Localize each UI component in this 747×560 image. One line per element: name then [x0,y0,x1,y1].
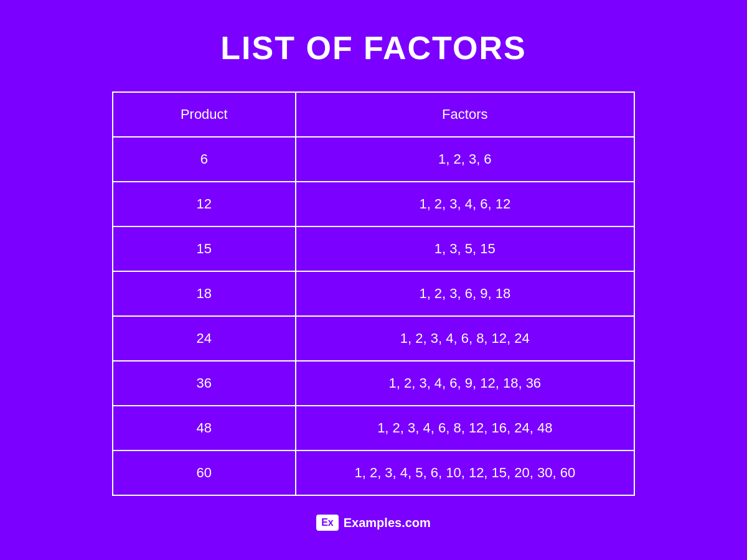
factors-cell: 1, 2, 3, 4, 6, 12 [296,182,634,226]
factors-table: Product Factors 61, 2, 3, 6121, 2, 3, 4,… [113,93,634,495]
product-cell: 36 [113,361,296,406]
factors-cell: 1, 2, 3, 6 [296,137,634,182]
table-row: 61, 2, 3, 6 [113,137,634,182]
factors-cell: 1, 3, 5, 15 [296,226,634,271]
product-cell: 48 [113,406,296,450]
table-row: 121, 2, 3, 4, 6, 12 [113,182,634,226]
table-row: 151, 3, 5, 15 [113,226,634,271]
product-cell: 12 [113,182,296,226]
factors-cell: 1, 2, 3, 4, 6, 8, 12, 16, 24, 48 [296,406,634,450]
table-row: 361, 2, 3, 4, 6, 9, 12, 18, 36 [113,361,634,406]
factors-cell: 1, 2, 3, 6, 9, 18 [296,271,634,316]
product-cell: 6 [113,137,296,182]
footer: Ex Examples.com [316,515,431,531]
footer-site-name: Examples.com [344,516,431,530]
footer-logo: Ex [316,515,339,531]
factors-cell: 1, 2, 3, 4, 6, 9, 12, 18, 36 [296,361,634,406]
factors-table-container: Product Factors 61, 2, 3, 6121, 2, 3, 4,… [112,91,635,496]
factors-cell: 1, 2, 3, 4, 6, 8, 12, 24 [296,316,634,361]
product-column-header: Product [113,93,296,137]
product-cell: 15 [113,226,296,271]
table-row: 241, 2, 3, 4, 6, 8, 12, 24 [113,316,634,361]
table-row: 601, 2, 3, 4, 5, 6, 10, 12, 15, 20, 30, … [113,450,634,495]
table-row: 481, 2, 3, 4, 6, 8, 12, 16, 24, 48 [113,406,634,450]
table-row: 181, 2, 3, 6, 9, 18 [113,271,634,316]
product-cell: 18 [113,271,296,316]
table-header-row: Product Factors [113,93,634,137]
factors-column-header: Factors [296,93,634,137]
page-title: LIST OF FACTORS [220,29,526,67]
factors-cell: 1, 2, 3, 4, 5, 6, 10, 12, 15, 20, 30, 60 [296,450,634,495]
product-cell: 60 [113,450,296,495]
product-cell: 24 [113,316,296,361]
